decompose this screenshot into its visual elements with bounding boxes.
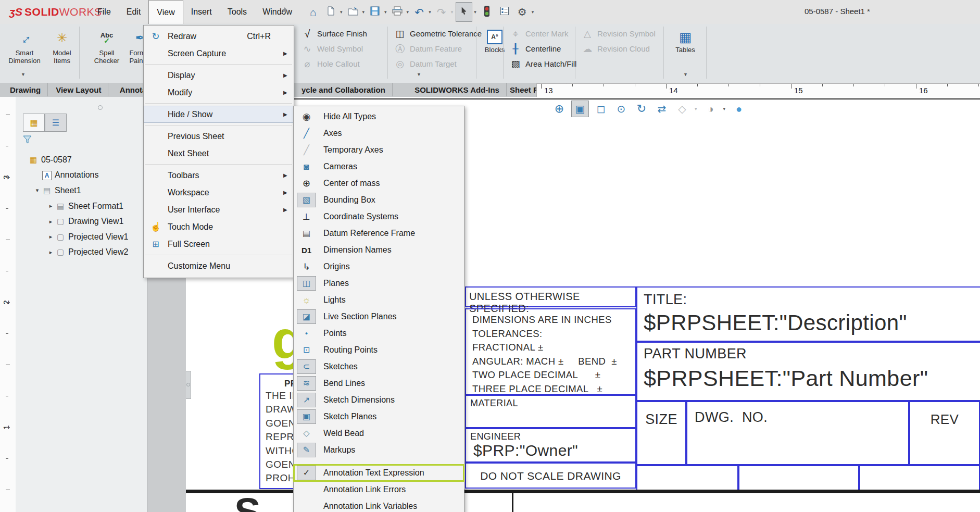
- tree-item-05-0587[interactable]: ▦05-0587: [16, 152, 147, 168]
- options-gear-dropdown-caret[interactable]: ▾: [532, 9, 534, 15]
- submenu-item-bend-lines[interactable]: ≋Bend Lines: [294, 375, 464, 392]
- tab-view-layout[interactable]: View Layout: [49, 83, 108, 96]
- submenu-item-sketches[interactable]: ⊂Sketches: [294, 358, 464, 375]
- tab-drawing[interactable]: Drawing: [3, 83, 48, 96]
- open-document-button[interactable]: [345, 3, 361, 21]
- spell-checker-button[interactable]: Abc✓SpellChecker: [90, 27, 124, 65]
- pin-menu-icon[interactable]: [280, 7, 288, 17]
- surface-finish-button[interactable]: √Surface Finish: [299, 26, 367, 41]
- tree-item-annotations[interactable]: AAnnotations: [16, 168, 147, 183]
- submenu-item-origins[interactable]: ↳Origins: [294, 258, 464, 275]
- menu-item-touch-mode[interactable]: ☝Touch Mode: [144, 218, 294, 235]
- menubar-item-view[interactable]: View: [148, 0, 183, 24]
- submenu-item-hide-all-types[interactable]: ◉Hide All Types: [294, 108, 464, 125]
- new-document-button[interactable]: [323, 3, 338, 21]
- submenu-item-points[interactable]: ●Points: [294, 325, 464, 342]
- menu-item-next-sheet[interactable]: Next Sheet: [144, 145, 294, 162]
- submenu-item-weld-bead[interactable]: ◇Weld Bead: [294, 425, 464, 442]
- menu-item-previous-sheet[interactable]: Previous Sheet: [144, 128, 294, 145]
- submenu-item-coordinate-systems[interactable]: ⊥Coordinate Systems: [294, 208, 464, 225]
- menu-item-modify[interactable]: Modify▶: [144, 84, 294, 101]
- smart-dimension-button[interactable]: ↔SmartDimension: [7, 27, 42, 65]
- expand-arrow-icon[interactable]: ▸: [47, 203, 55, 209]
- tree-item-drawing-view1[interactable]: ▸▢Drawing View1: [16, 214, 147, 229]
- zoom-whole-button[interactable]: ⊕: [551, 101, 568, 117]
- expand-arrow-icon[interactable]: ▾: [33, 187, 41, 194]
- submenu-item-planes[interactable]: ◫Planes: [294, 275, 464, 292]
- submenu-item-dimension-names[interactable]: D1Dimension Names: [294, 242, 464, 258]
- featuremanager-tab[interactable]: ▦: [23, 114, 45, 132]
- menu-item-display[interactable]: Display▶: [144, 67, 294, 84]
- submenu-item-annotation-text-expression[interactable]: ✓Annotation Text Expression: [294, 465, 464, 481]
- submenu-item-datum-reference-frame[interactable]: ▤Datum Reference Frame: [294, 225, 464, 242]
- submenu-item-sketch-dimensions[interactable]: ↗Sketch Dimensions: [294, 392, 464, 408]
- menu-item-hide-show[interactable]: Hide / Show▶: [144, 106, 294, 123]
- panel-splitter-handle[interactable]: [186, 371, 191, 399]
- menubar-item-window[interactable]: Window: [255, 0, 300, 24]
- print-button[interactable]: [390, 3, 405, 21]
- blocks-button[interactable]: A°Blocks: [480, 28, 509, 54]
- tab-solidworks-add-ins[interactable]: SOLIDWORKS Add-Ins: [408, 83, 507, 96]
- render-sphere-button[interactable]: ●: [731, 101, 747, 117]
- select-tool-button[interactable]: [456, 2, 472, 22]
- submenu-item-annotation-link-errors[interactable]: Annotation Link Errors: [294, 481, 464, 498]
- open-document-dropdown-caret[interactable]: ▾: [362, 9, 365, 15]
- menu-item-screen-capture[interactable]: Screen Capture▶: [144, 45, 294, 62]
- print-dropdown-caret[interactable]: ▾: [407, 9, 409, 15]
- tree-item-sheet1[interactable]: ▾▤Sheet1: [16, 183, 147, 198]
- centerline-button[interactable]: ╂Centerline: [508, 41, 576, 56]
- home-button[interactable]: ⌂: [305, 3, 321, 21]
- tree-item-projected-view1[interactable]: ▸▢Projected View1: [16, 229, 147, 245]
- expand-arrow-icon[interactable]: ▸: [47, 218, 55, 225]
- display-style-dropdown-caret[interactable]: ▾: [723, 106, 726, 111]
- submenu-item-annotation-link-variables[interactable]: Annotation Link Variables: [294, 498, 464, 512]
- zoom-to-area-button[interactable]: ◻: [593, 101, 609, 117]
- menu-item-user-interface[interactable]: User Interface▶: [144, 201, 294, 218]
- undo-dropdown-caret[interactable]: ▾: [429, 9, 431, 15]
- panel-grip-handle[interactable]: [98, 105, 103, 110]
- expand-arrow-icon[interactable]: ▸: [47, 233, 55, 240]
- zoom-to-fit-button[interactable]: ▣: [571, 101, 589, 117]
- tab-ycle-and-collaboration[interactable]: ycle and Collaboration: [295, 83, 393, 96]
- menubar-item-edit[interactable]: Edit: [119, 0, 149, 24]
- menu-item-redraw[interactable]: ↻RedrawCtrl+R: [144, 28, 294, 45]
- undo-button[interactable]: ↶: [411, 3, 427, 21]
- submenu-item-bounding-box[interactable]: ▧Bounding Box: [294, 192, 464, 208]
- pan-view-button[interactable]: ⇄: [654, 101, 670, 117]
- submenu-item-sketch-planes[interactable]: ▣Sketch Planes: [294, 408, 464, 425]
- new-document-dropdown-caret[interactable]: ▾: [340, 9, 343, 15]
- submenu-item-cameras[interactable]: ◙Cameras: [294, 158, 464, 175]
- traffic-light-button[interactable]: [479, 3, 495, 21]
- document-properties-button[interactable]: [497, 3, 512, 21]
- tables-button[interactable]: ▦Tables: [671, 28, 700, 54]
- options-gear-button[interactable]: ⚙: [514, 3, 530, 21]
- submenu-item-axes[interactable]: ╱Axes: [294, 125, 464, 142]
- zoom-in-out-button[interactable]: ⊙: [613, 101, 630, 117]
- submenu-item-center-of-mass[interactable]: ⊕Center of mass: [294, 175, 464, 192]
- submenu-item-live-section-planes[interactable]: ◪Live Section Planes: [294, 308, 464, 325]
- geometric-tolerance-button[interactable]: ◫Geometric Tolerance: [392, 26, 482, 41]
- area-hatch-fill-button[interactable]: ▨Area Hatch/Fill: [508, 56, 576, 71]
- submenu-item-routing-points[interactable]: ⊡Routing Points: [294, 342, 464, 358]
- save-button[interactable]: [367, 3, 383, 21]
- select-tool-dropdown-caret[interactable]: ▾: [474, 9, 476, 15]
- menu-item-toolbars[interactable]: Toolbars▶: [144, 167, 294, 184]
- display-style-button[interactable]: ◑: [702, 101, 719, 117]
- property-tab[interactable]: ☰: [45, 114, 67, 132]
- tables-flyout-caret[interactable]: ▼: [683, 72, 688, 77]
- filter-funnel-icon[interactable]: [23, 135, 32, 146]
- menu-item-customize-menu[interactable]: Customize Menu: [144, 257, 294, 274]
- column-flyout-caret[interactable]: ▼: [417, 72, 421, 77]
- menubar-item-tools[interactable]: Tools: [220, 0, 255, 24]
- menubar-item-file[interactable]: File: [90, 0, 119, 24]
- smart-dimension-flyout-caret[interactable]: ▼: [21, 72, 26, 77]
- menu-item-workspace[interactable]: Workspace▶: [144, 184, 294, 201]
- submenu-item-lights[interactable]: ☼Lights: [294, 292, 464, 308]
- save-dropdown-caret[interactable]: ▾: [384, 9, 387, 15]
- expand-arrow-icon[interactable]: ▸: [47, 249, 55, 256]
- menu-item-full-screen[interactable]: ⊞Full Screen: [144, 235, 294, 253]
- rotate-view-button[interactable]: ↻: [633, 101, 650, 117]
- submenu-item-temporary-axes[interactable]: ╱Temporary Axes: [294, 142, 464, 158]
- menubar-item-insert[interactable]: Insert: [183, 0, 220, 24]
- submenu-item-markups[interactable]: ✎Markups: [294, 442, 464, 458]
